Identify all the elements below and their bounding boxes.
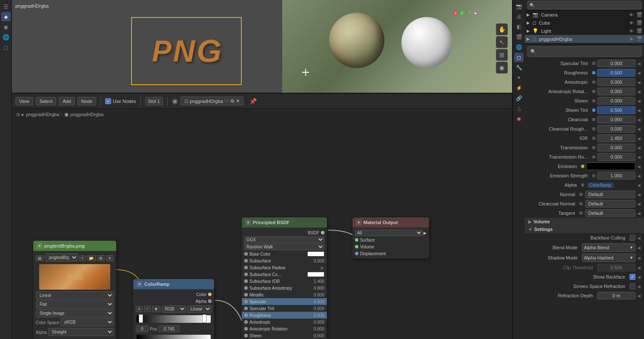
- prop-tangent-value[interactable]: Default: [585, 209, 635, 217]
- use-nodes-checkbox[interactable]: ✓ Use Nodes: [105, 98, 136, 104]
- cr-down-btn[interactable]: ▼: [152, 306, 160, 312]
- settings-section-header[interactable]: ▼ Settings: [525, 225, 644, 233]
- viewport-btn-grid[interactable]: ⊞: [496, 49, 508, 61]
- prop-sheen-tint-value[interactable]: 0.500: [597, 106, 635, 114]
- tree-cube-eye[interactable]: 👁: [629, 20, 634, 26]
- img-open-btn[interactable]: 📂: [87, 255, 96, 261]
- volume-section-header[interactable]: ▶ Volume: [525, 218, 644, 225]
- tree-camera-render-eye[interactable]: 🎬: [636, 12, 642, 17]
- prop-search-input[interactable]: [527, 46, 641, 57]
- shader-type-icon[interactable]: ◉: [172, 97, 178, 105]
- output-surface-socket[interactable]: [355, 238, 358, 242]
- bsdf-subsurface-socket[interactable]: [244, 259, 248, 262]
- viewport-btn-render[interactable]: ◉: [496, 62, 508, 74]
- bsdf-basecolor-swatch[interactable]: [307, 251, 324, 256]
- cr-remove-btn[interactable]: −: [144, 306, 151, 312]
- slot-selector[interactable]: Slot 1: [145, 97, 163, 105]
- gradient-handle-right[interactable]: [202, 314, 206, 323]
- prop-ssr-checkbox[interactable]: [630, 283, 635, 289]
- colorramp-collapse-btn[interactable]: ▼: [137, 281, 143, 287]
- tree-cube-render-eye[interactable]: 🎬: [636, 20, 642, 26]
- sidebar-icon-output[interactable]: 🖨: [514, 12, 524, 21]
- output-dropdown[interactable]: All: [355, 230, 423, 236]
- prop-emis-strength-value[interactable]: 1.000: [597, 172, 635, 179]
- prop-backface-culling-checkbox[interactable]: [630, 235, 635, 241]
- gradient-handle-left[interactable]: [139, 314, 143, 323]
- output-collapse-btn[interactable]: ▼: [356, 219, 362, 225]
- sidebar-icon-particles[interactable]: ✦: [514, 73, 524, 83]
- bsdf-subsurf-co-socket[interactable]: [244, 273, 248, 276]
- prop-ior-value[interactable]: 1.450: [597, 134, 635, 142]
- sidebar-icon-physics[interactable]: ⚡: [514, 83, 524, 93]
- shader-close-icon[interactable]: ✕: [236, 98, 240, 104]
- select-menu[interactable]: Select: [36, 97, 57, 105]
- img-colorspace-select[interactable]: sRGB: [60, 318, 114, 326]
- sidebar-icon-scene[interactable]: 🎬: [514, 32, 524, 42]
- cr-pos-value[interactable]: 0.745: [158, 325, 180, 332]
- prop-emission-dot[interactable]: [581, 165, 584, 168]
- tree-material-render-eye[interactable]: 🎬: [636, 36, 642, 42]
- node-menu[interactable]: Node: [77, 97, 96, 105]
- tree-item-material[interactable]: ▶ ◻ pnggradHDrgba 👁 🎬: [525, 35, 644, 43]
- sidebar-icon-view[interactable]: ◧: [514, 22, 524, 31]
- tree-item-cube[interactable]: ▶ ◻ Cube 👁 🎬: [525, 19, 644, 27]
- prop-specular-tint-dot[interactable]: [592, 62, 595, 65]
- prop-roughness-dot[interactable]: [592, 71, 595, 74]
- tree-camera-eye[interactable]: 👁: [629, 12, 634, 17]
- add-menu[interactable]: Add: [59, 97, 75, 105]
- img-extension[interactable]: Flat: [36, 300, 114, 308]
- object-icon[interactable]: ◻: [1, 43, 11, 52]
- output-volume-socket[interactable]: [355, 245, 358, 248]
- bsdf-distribution-select[interactable]: GGX: [244, 236, 324, 243]
- prop-trans-ro-value[interactable]: 0.000: [597, 153, 635, 161]
- tree-item-light[interactable]: ▶ 💡 Light 👁 🎬: [525, 27, 644, 35]
- tree-item-camera[interactable]: ▶ 📷 Camera 👁 🎬: [525, 11, 644, 19]
- img-new-btn[interactable]: +: [79, 255, 86, 261]
- prop-clearcoat-dot[interactable]: [592, 118, 595, 121]
- world-icon[interactable]: 🌐: [1, 32, 11, 42]
- colorramp-gradient[interactable]: [137, 315, 211, 323]
- bc-root[interactable]: pnggradHDrgba: [26, 112, 59, 117]
- bsdf-subsurf-ior-socket[interactable]: [244, 279, 248, 283]
- img-pack-btn[interactable]: ⊞: [97, 255, 105, 261]
- bsdf-subsurface-select[interactable]: Random Walk: [244, 244, 324, 250]
- colorramp-header[interactable]: ▼ ColorRamp: [133, 279, 214, 289]
- prop-cc-normal-value[interactable]: Default: [585, 200, 635, 208]
- material-icon[interactable]: ◉: [1, 22, 11, 31]
- outliner-search[interactable]: [527, 1, 641, 9]
- prop-aniso-rot-value[interactable]: 0.000: [597, 88, 635, 95]
- bsdf-aniso-rot-socket[interactable]: [244, 327, 248, 330]
- sidebar-icon-data[interactable]: △: [514, 104, 524, 113]
- cr-add-btn[interactable]: +: [136, 306, 143, 312]
- bsdf-subsurf-radius-socket[interactable]: [244, 266, 248, 269]
- bsdf-roughness-socket[interactable]: [244, 313, 248, 317]
- viewport-btn-cursor[interactable]: ↖: [496, 36, 508, 48]
- cr-interp-select[interactable]: Linear: [187, 305, 212, 313]
- prop-emission-swatch[interactable]: [586, 162, 635, 170]
- prop-cc-rough-dot[interactable]: [592, 127, 595, 131]
- prop-aniso-rot-dot[interactable]: [592, 90, 595, 93]
- img-alpha-select[interactable]: Straight: [48, 328, 114, 336]
- img-source[interactable]: Single Image: [36, 309, 114, 317]
- prop-anisotropic-value[interactable]: 0.000: [597, 78, 635, 86]
- prop-refraction-depth-value[interactable]: 0 m: [597, 292, 635, 299]
- output-displacement-socket[interactable]: [355, 252, 358, 255]
- prop-sheen-value[interactable]: 0.000: [597, 97, 635, 105]
- prop-ior-dot[interactable]: [592, 137, 595, 140]
- prop-anisotropic-dot[interactable]: [592, 80, 595, 84]
- shader-copy-icon[interactable]: ⧉: [231, 98, 234, 104]
- bsdf-expand-icon[interactable]: ▶: [321, 265, 324, 270]
- prop-sheen-dot[interactable]: [592, 99, 595, 103]
- bc-current[interactable]: pnggradHDrgba: [70, 112, 103, 117]
- sidebar-icon-render[interactable]: 📷: [514, 2, 524, 11]
- prop-transmission-value[interactable]: 0.000: [597, 144, 635, 151]
- node-editor-icon[interactable]: ◈: [1, 12, 11, 21]
- bsdf-sheen-socket[interactable]: [244, 334, 248, 337]
- prop-sheen-tint-dot[interactable]: [592, 108, 595, 112]
- prop-clearcoat-value[interactable]: 0.000: [597, 116, 635, 123]
- view-menu[interactable]: View: [15, 97, 33, 105]
- bsdf-header[interactable]: ▼ Principled BSDF: [242, 217, 327, 228]
- bsdf-subsurf-aniso-socket[interactable]: [244, 286, 248, 290]
- output-node-header[interactable]: ▼ Material Output: [352, 217, 429, 228]
- bsdf-specular-socket[interactable]: [244, 300, 248, 303]
